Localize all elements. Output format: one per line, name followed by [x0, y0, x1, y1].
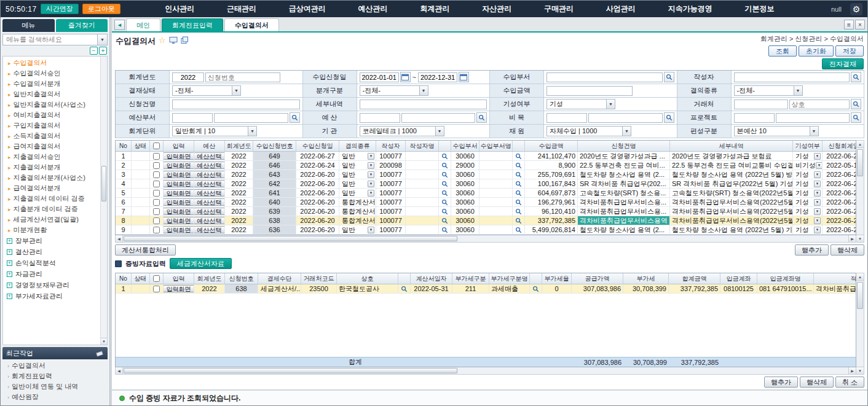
cell-dept[interactable]: 30060: [451, 216, 479, 225]
vertical-scrollbar[interactable]: ▲ ▼: [856, 140, 864, 243]
cell-status[interactable]: [132, 225, 150, 234]
cell-vat_code[interactable]: 211: [452, 284, 489, 293]
cell-type[interactable]: 통합계산서▼: [339, 198, 376, 206]
scroll-right-arrow-icon[interactable]: ▶: [848, 367, 856, 374]
column-header-vat_name[interactable]: 부가세구분명: [489, 273, 530, 284]
column-header-input_btn[interactable]: 입력: [164, 141, 194, 151]
electronic-approval-button[interactable]: 전자결재: [822, 58, 864, 69]
column-header-status[interactable]: 상태: [132, 141, 150, 151]
cell-writer_name[interactable]: [406, 198, 439, 206]
cell-writer[interactable]: 100077: [376, 225, 406, 234]
cell-completion[interactable]: 비기성▼: [793, 161, 823, 170]
cell-no[interactable]: 1: [116, 152, 132, 160]
sidebar-item[interactable]: ▸ 수입결의서: [3, 58, 100, 68]
budget-dept-code-input[interactable]: [172, 113, 213, 123]
sidebar-item[interactable]: ▸ 일반지출결의서(사업소): [3, 100, 100, 110]
cell-req_no[interactable]: 640: [253, 198, 296, 206]
cell-acct_date[interactable]: 2022-06-20: [823, 207, 856, 216]
search-icon[interactable]: [439, 207, 451, 216]
top-menu-item[interactable]: 사업관리: [606, 4, 636, 14]
column-header-year[interactable]: 회계년도: [225, 141, 253, 151]
search-icon[interactable]: [513, 207, 525, 216]
cell-vendor_code[interactable]: 23500: [301, 284, 337, 293]
cell-vat[interactable]: 30,708,399: [623, 284, 669, 293]
cell-writer[interactable]: 100077: [376, 198, 406, 206]
cell-year[interactable]: 2022: [225, 225, 253, 234]
calendar-icon[interactable]: [459, 72, 469, 82]
vscroll-track[interactable]: [856, 148, 864, 235]
scroll-up-arrow-icon[interactable]: ▲: [856, 273, 864, 281]
cell-type[interactable]: 일반▼: [339, 225, 376, 234]
column-header-req_no[interactable]: 신청번호: [225, 273, 258, 284]
cell-detail[interactable]: 2020년도 경영평가성과급 보험료: [670, 152, 793, 160]
cell-completion[interactable]: 기성▼: [793, 216, 823, 225]
sidebar-item[interactable]: ▸ 수입결의서승인: [3, 68, 100, 79]
cell-year[interactable]: 2022: [225, 170, 253, 179]
cell-title[interactable]: 22.5 동부건축 전도금 여비...: [578, 161, 670, 170]
sidebar-item[interactable]: ▸ 지출결의서분개(사업소): [3, 173, 100, 183]
search-icon[interactable]: [664, 112, 674, 123]
budget-code-input[interactable]: [360, 113, 400, 123]
cell-no[interactable]: 8: [116, 216, 132, 225]
cell-date[interactable]: 2022-06-20: [296, 179, 339, 188]
hscroll-track[interactable]: [123, 367, 848, 374]
cell-no[interactable]: 6: [116, 198, 132, 206]
cell-req_no[interactable]: 641: [253, 189, 296, 197]
budget-dept-name-input[interactable]: [214, 113, 288, 123]
scroll-left-arrow-icon[interactable]: ◀: [116, 367, 123, 374]
column-header-vat[interactable]: 부가세: [623, 273, 669, 284]
tab-close-button[interactable]: ×: [855, 20, 865, 29]
column-header-dept[interactable]: 수입부서: [451, 141, 479, 151]
cell-date[interactable]: 2022-06-20: [296, 207, 339, 216]
cell-date[interactable]: 2022-06-24: [296, 161, 339, 170]
cell-req_no[interactable]: 649: [253, 152, 296, 160]
cell-no[interactable]: 7: [116, 207, 132, 216]
cell-budget_btn[interactable]: 예산선택: [194, 179, 225, 188]
project-name-input[interactable]: [776, 113, 850, 123]
sidebar-group[interactable]: + 결산관리: [3, 246, 100, 257]
input-btn-button[interactable]: 입력화면: [164, 217, 194, 224]
cell-status[interactable]: [132, 198, 150, 206]
table-row[interactable]: 1입력화면예산선택20226492022-06-27일반▼10007730060…: [116, 152, 856, 161]
input-btn-button[interactable]: 입력화면: [164, 198, 194, 206]
cell-amount[interactable]: 255,709,691: [525, 170, 578, 179]
recent-work-item[interactable]: › 수입결의서: [2, 361, 108, 371]
sidebar-item[interactable]: ▸ 소득지출결의서: [3, 131, 100, 141]
cell-budget_btn[interactable]: 예산선택: [194, 225, 225, 234]
top-menu-item[interactable]: 지속가능경영: [668, 4, 712, 14]
cell-acct_date[interactable]: 2022-06-20: [823, 216, 856, 225]
horizontal-scrollbar[interactable]: ◀ ▶: [115, 367, 856, 375]
cell-writer[interactable]: 100077: [376, 152, 406, 160]
input-btn-button[interactable]: 입력화면: [164, 285, 194, 292]
cell-acct_date[interactable]: 2022-06-20: [823, 225, 856, 234]
cell-chk[interactable]: [150, 207, 164, 216]
cell-amount[interactable]: 337,792,385: [525, 216, 578, 225]
select-all-checkbox[interactable]: [153, 275, 160, 282]
top-menu-item[interactable]: 인사관리: [165, 4, 194, 14]
budget-btn-button[interactable]: 예산선택: [194, 198, 225, 206]
top-menu-item[interactable]: 기본정보: [744, 4, 774, 14]
search-icon[interactable]: [439, 189, 451, 197]
search-icon[interactable]: [851, 72, 861, 82]
scroll-up-arrow-icon[interactable]: ▲: [856, 141, 864, 148]
column-header-s2[interactable]: [530, 273, 542, 284]
sidebar-item[interactable]: ▸ 급여지출결의서: [3, 141, 100, 152]
cell-bill_date[interactable]: 2022-05-31: [411, 284, 452, 293]
column-header-vat_code[interactable]: 부가세구분: [452, 273, 489, 284]
search-icon[interactable]: [439, 179, 451, 188]
column-header-date[interactable]: 수입신청일: [296, 141, 339, 151]
cell-vat_name[interactable]: 과세매출: [489, 284, 530, 293]
cell-writer[interactable]: 100077: [376, 216, 406, 225]
cell-acct_date[interactable]: 2022-06-20: [823, 170, 856, 179]
scroll-down-arrow-icon[interactable]: ▼: [856, 367, 864, 374]
cell-title[interactable]: 격차비품취급업무서비스용...: [578, 207, 670, 216]
cell-chk[interactable]: [150, 225, 164, 234]
cell-req_no[interactable]: 639: [253, 207, 296, 216]
cell-acct_date[interactable]: 2022-06-27: [823, 152, 856, 160]
column-header-note[interactable]: 적요: [814, 273, 856, 284]
cell-writer_name[interactable]: [406, 189, 439, 197]
table-row[interactable]: 4입력화면예산선택20226422022-06-20일반▼10007730060…: [116, 179, 856, 189]
sidebar-group[interactable]: + 부가세자료관리: [3, 291, 100, 302]
column-header-type[interactable]: 결의종류: [339, 141, 376, 151]
row-checkbox[interactable]: [153, 217, 160, 224]
